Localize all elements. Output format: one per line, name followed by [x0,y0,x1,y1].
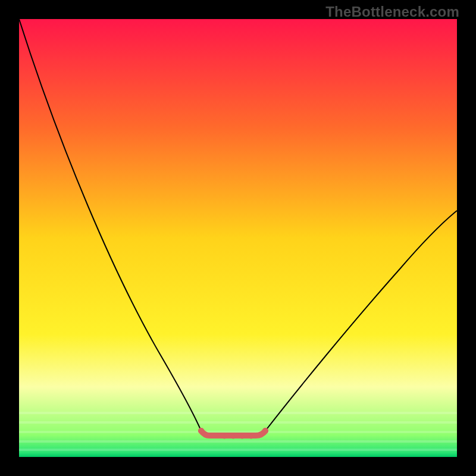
chart-frame: TheBottleneck.com [0,0,476,476]
svg-point-7 [223,435,227,439]
gradient-background [19,19,457,457]
svg-rect-4 [19,449,457,451]
svg-point-6 [262,428,268,434]
svg-point-8 [231,435,236,439]
svg-rect-0 [19,412,457,414]
svg-rect-3 [19,440,457,443]
chart-svg [19,19,457,457]
svg-point-9 [240,435,245,439]
svg-rect-1 [19,421,457,424]
svg-point-10 [249,435,253,439]
svg-point-5 [198,428,204,434]
watermark-text: TheBottleneck.com [325,4,459,20]
plot-area [19,19,457,457]
